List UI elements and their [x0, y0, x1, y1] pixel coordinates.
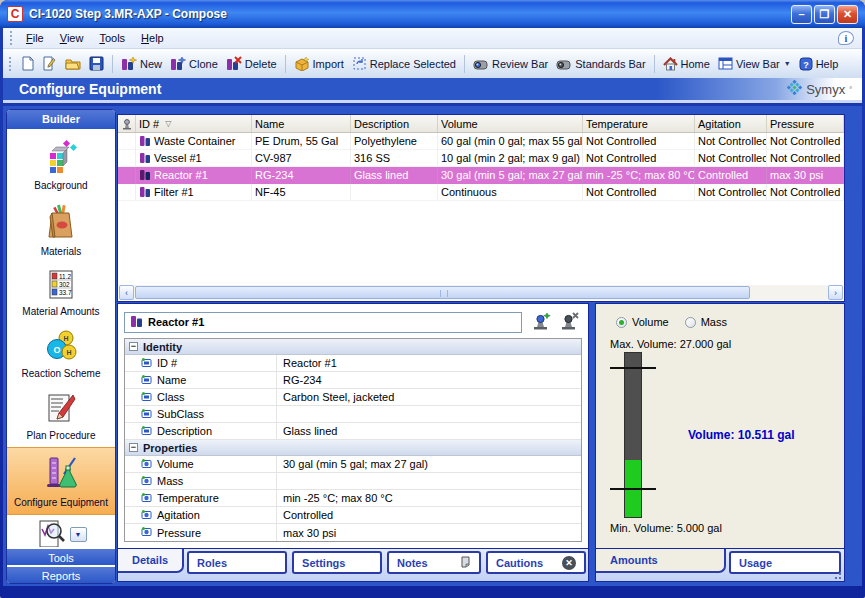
scrollbar-thumb[interactable]: [135, 286, 750, 299]
column-header-name[interactable]: Name: [252, 115, 351, 132]
page-header: Configure Equipment Symyx°: [3, 78, 862, 103]
view-bar-button[interactable]: View Bar ▼: [714, 55, 795, 72]
sidebar-item-materials[interactable]: Materials: [7, 197, 115, 263]
sidebar-item-label: Material Amounts: [22, 306, 99, 317]
property-row[interactable]: Class Carbon Steel, jacketed: [125, 389, 581, 406]
resize-grip[interactable]: [832, 570, 841, 579]
column-header-id[interactable]: ID #▽: [136, 115, 252, 132]
radio-unselected-icon: [685, 317, 696, 328]
tab-settings[interactable]: Settings: [292, 551, 382, 574]
property-row[interactable]: Pressure max 30 psi: [125, 524, 581, 541]
add-stamp-icon[interactable]: [530, 311, 552, 333]
remove-stamp-icon[interactable]: [558, 311, 580, 333]
toolbar-grip[interactable]: [9, 57, 11, 71]
property-row[interactable]: Mass: [125, 473, 581, 490]
scrollbar-track[interactable]: [134, 285, 828, 300]
scroll-right-icon[interactable]: ›: [828, 285, 843, 300]
tab-details[interactable]: Details: [118, 549, 184, 573]
property-row[interactable]: SubClass: [125, 406, 581, 423]
help-button[interactable]: ? Help: [795, 55, 843, 73]
sidebar-item-partial[interactable]: ▼: [7, 515, 115, 547]
menu-help[interactable]: Help: [133, 30, 172, 46]
property-row[interactable]: Agitation Controlled: [125, 507, 581, 524]
maximize-button[interactable]: ❐: [814, 5, 835, 24]
mass-radio[interactable]: Mass: [685, 316, 727, 328]
new-file-button[interactable]: [17, 54, 39, 73]
property-tag-icon: [141, 475, 152, 488]
close-circle-icon[interactable]: ✕: [562, 556, 576, 570]
tab-amounts[interactable]: Amounts: [596, 549, 726, 573]
table-row-selected[interactable]: Reactor #1 RG-234 Glass lined 30 gal (mi…: [118, 167, 844, 184]
tab-cautions[interactable]: Cautions ✕: [486, 551, 586, 574]
svg-text:?: ?: [803, 59, 809, 69]
tab-notes[interactable]: Notes: [387, 551, 481, 574]
property-row[interactable]: Description Glass lined: [125, 423, 581, 440]
column-header-volume[interactable]: Volume: [438, 115, 583, 132]
property-row[interactable]: Temperature min -25 °C; max 80 °C: [125, 490, 581, 507]
sidebar-item-label: Configure Equipment: [14, 497, 108, 508]
property-row[interactable]: Name RG-234: [125, 372, 581, 389]
equipment-icon: [139, 151, 151, 166]
edit-document-icon: [43, 56, 57, 71]
menu-tools[interactable]: Tools: [91, 30, 133, 46]
sidebar-item-reaction-scheme[interactable]: HOH Reaction Scheme: [7, 323, 115, 385]
tag-icon: [141, 425, 152, 438]
open-button[interactable]: [61, 54, 85, 73]
column-header-agitation[interactable]: Agitation: [695, 115, 767, 132]
amounts-tab-strip: Amounts Usage: [595, 549, 845, 582]
table-row[interactable]: Waste Container PE Drum, 55 Gal Polyethy…: [118, 133, 844, 150]
table-row[interactable]: Vessel #1 CV-987 316 SS 10 gal (min 2 ga…: [118, 150, 844, 167]
menu-view[interactable]: View: [52, 30, 92, 46]
title-bar[interactable]: C CI-1020 Step 3.MR-AXP - Compose – ❐ ✕: [0, 0, 865, 28]
horizontal-scrollbar[interactable]: ‹ ›: [119, 285, 843, 300]
selected-equipment-name-box[interactable]: Reactor #1: [124, 312, 522, 333]
collapse-icon[interactable]: −: [129, 443, 138, 452]
sidebar-item-background[interactable]: Background: [7, 133, 115, 197]
sidebar-title: Builder: [7, 110, 115, 129]
view-bar-dropdown-icon[interactable]: ▼: [784, 60, 791, 67]
column-header-description[interactable]: Description: [351, 115, 438, 132]
menu-file[interactable]: File: [18, 30, 52, 46]
table-corner-button[interactable]: [118, 115, 136, 132]
property-row[interactable]: Volume 30 gal (min 5 gal; max 27 gal): [125, 456, 581, 473]
import-button[interactable]: Import: [290, 54, 348, 73]
menu-grip[interactable]: [10, 31, 12, 45]
sidebar-item-plan-procedure[interactable]: Plan Procedure: [7, 385, 115, 447]
minimize-button[interactable]: –: [791, 5, 812, 24]
symyx-logo-icon: [787, 80, 802, 98]
scroll-left-icon[interactable]: ‹: [119, 285, 134, 300]
equipment-clone-icon: [170, 56, 186, 71]
sidebar-item-configure-equipment[interactable]: Configure Equipment: [7, 447, 115, 515]
sidebar-scroll-dropdown[interactable]: ▼: [70, 527, 87, 542]
equipment-icon: [139, 185, 151, 200]
delete-equipment-button[interactable]: Delete: [222, 54, 281, 73]
column-header-temperature[interactable]: Temperature: [583, 115, 695, 132]
reports-button[interactable]: Reports: [7, 565, 115, 583]
standards-bar-button[interactable]: Standards Bar: [552, 55, 649, 73]
edit-file-button[interactable]: [39, 54, 61, 73]
close-button[interactable]: ✕: [837, 5, 858, 24]
new-equipment-button[interactable]: New: [117, 54, 166, 73]
clone-equipment-button[interactable]: Clone: [166, 54, 222, 73]
sidebar-item-material-amounts[interactable]: 11.230233.7 Material Amounts: [7, 263, 115, 323]
tab-usage[interactable]: Usage: [729, 551, 841, 574]
section-header-properties[interactable]: − Properties: [125, 440, 581, 456]
table-row[interactable]: Filter #1 NF-45 Continuous Not Controlle…: [118, 184, 844, 201]
column-header-pressure[interactable]: Pressure: [767, 115, 844, 132]
save-button[interactable]: [85, 54, 108, 73]
equipment-icon: [139, 168, 151, 183]
home-button[interactable]: Home: [659, 55, 714, 73]
review-bar-button[interactable]: Review Bar: [469, 55, 552, 73]
info-icon[interactable]: i: [838, 31, 854, 45]
toolbar-separator: [112, 55, 113, 73]
volume-radio[interactable]: Volume: [616, 316, 669, 328]
help-label: Help: [816, 58, 839, 70]
replace-selected-icon: [352, 56, 367, 71]
standards-bar-icon: [556, 57, 572, 71]
tab-roles[interactable]: Roles: [187, 551, 287, 574]
collapse-icon[interactable]: −: [129, 342, 138, 351]
property-row[interactable]: ID # Reactor #1: [125, 355, 581, 372]
replace-selected-button[interactable]: Replace Selected: [348, 54, 460, 73]
tools-button[interactable]: Tools: [7, 547, 115, 565]
section-header-identity[interactable]: − Identity: [125, 339, 581, 355]
